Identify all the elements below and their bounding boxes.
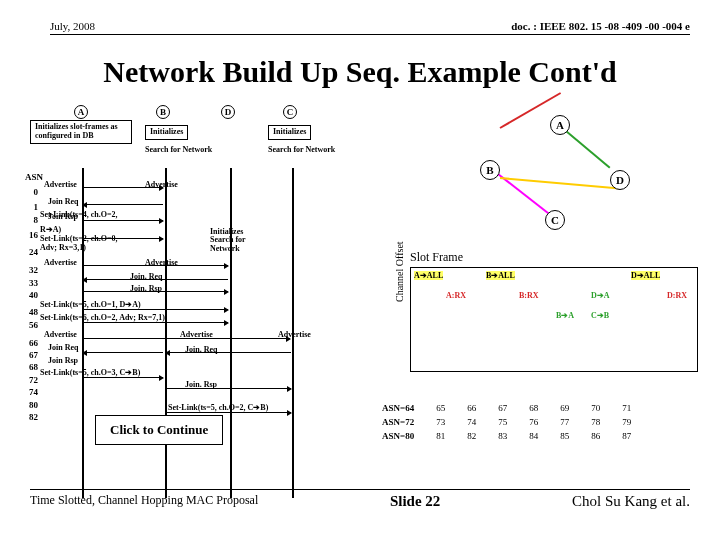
ev-advertise-0: Advertise — [44, 180, 77, 189]
asn-label: ASN — [25, 172, 43, 182]
table-row: ASN=80 81 82 83 84 85 86 87 — [372, 430, 641, 442]
cell: 86 — [581, 430, 610, 442]
cell: 69 — [550, 402, 579, 414]
page-title: Network Build Up Seq. Example Cont'd — [0, 55, 720, 89]
cell: 83 — [488, 430, 517, 442]
asn-val: 40 — [29, 290, 38, 300]
arrow — [83, 352, 163, 353]
lifeline-B — [165, 168, 167, 498]
arrow — [166, 352, 291, 353]
header-date: July, 2008 — [50, 20, 95, 32]
cell: 76 — [519, 416, 548, 428]
graph-node-D: D — [610, 170, 630, 190]
asn-val: 68 — [29, 362, 38, 372]
ev-advertise-0b: Advertise — [145, 180, 178, 189]
arrow — [83, 322, 228, 323]
setlink-72: Set-Link(ts=5, ch.O=3, C➔B) — [40, 368, 140, 377]
node-D-label: D — [221, 105, 235, 119]
arrow — [83, 279, 228, 280]
click-to-continue-button[interactable]: Click to Continue — [95, 415, 223, 445]
table-row: ASN=64 65 66 67 68 69 70 71 — [372, 402, 641, 414]
arrow — [83, 377, 163, 378]
arrow — [166, 412, 291, 413]
ev-advertise-32b: Advertise — [145, 258, 178, 267]
footer-left: Time Slotted, Channel Hopping MAC Propos… — [30, 493, 258, 510]
asn-val: 24 — [29, 247, 38, 257]
cell: 82 — [457, 430, 486, 442]
asn-val: 48 — [29, 307, 38, 317]
arrow — [83, 238, 163, 239]
network-graph: A B C D — [430, 115, 630, 235]
setlink-56: Set-Link(ts=6, ch.O=2, Adv; Rx=7,1) — [40, 313, 165, 322]
cell: 70 — [581, 402, 610, 414]
setlink-8: Set-Link(ts=4, ch.O=2, — [40, 210, 118, 219]
graph-node-C: C — [545, 210, 565, 230]
init-C-box: Initializes — [268, 125, 311, 140]
cell: 87 — [612, 430, 641, 442]
cell: 74 — [457, 416, 486, 428]
header-doc: doc. : IEEE 802. 15 -08 -409 -00 -004 e — [511, 20, 690, 32]
search-C: Search for Network — [268, 146, 335, 154]
slot-d-rx: D:RX — [667, 291, 687, 300]
asn-val: 8 — [34, 215, 39, 225]
asn-row-label: ASN=72 — [372, 416, 424, 428]
cell: 78 — [581, 416, 610, 428]
arrow — [83, 204, 163, 205]
slot-d-a: D➔A — [591, 291, 610, 300]
node-B-label: B — [156, 105, 170, 119]
cell: 75 — [488, 416, 517, 428]
channel-offset-label: Channel Offset — [394, 241, 405, 302]
slide-number: Slide 22 — [390, 493, 440, 510]
ev-joinreq-1: Join Req — [48, 197, 78, 206]
footer-author: Chol Su Kang et al. — [572, 493, 690, 510]
slot-frame-title: Slot Frame — [410, 250, 463, 265]
asn-table: ASN=64 65 66 67 68 69 70 71 ASN=72 73 74… — [370, 400, 643, 444]
node-A-label: A — [74, 105, 88, 119]
footer-rule — [30, 489, 690, 490]
cell: 85 — [550, 430, 579, 442]
asn-val: 66 — [29, 338, 38, 348]
asn-val: 72 — [29, 375, 38, 385]
ev-joinreq-67a: Join Req — [48, 343, 78, 352]
lifeline-D — [230, 168, 232, 498]
ev-advertise-32: Advertise — [44, 258, 77, 267]
cell: 84 — [519, 430, 548, 442]
setlink-82: Set-Link(ts=5, ch.O=2, C➔B) — [168, 403, 268, 412]
graph-node-B: B — [480, 160, 500, 180]
asn-val: 1 — [34, 202, 39, 212]
setlink-24: Adv; Rx=3,1) — [40, 243, 86, 252]
slot-frame-grid: A➔ALL B➔ALL D➔ALL A:RX B:RX D➔A D:RX B➔A… — [410, 267, 698, 372]
setlink-16: R➔A) Set-Link(ts=2, ch.O=0, — [40, 225, 118, 243]
asn-val: 74 — [29, 387, 38, 397]
asn-val: 82 — [29, 412, 38, 422]
table-row: ASN=72 73 74 75 76 77 78 79 — [372, 416, 641, 428]
slot-b-rx: B:RX — [519, 291, 539, 300]
graph-node-A: A — [550, 115, 570, 135]
arrow — [83, 309, 228, 310]
init-B-box: Initializes — [145, 125, 188, 140]
arrow — [166, 388, 291, 389]
slot-d-all: D➔ALL — [631, 271, 660, 280]
slot-b-a: B➔A — [556, 311, 574, 320]
asn-val: 32 — [29, 265, 38, 275]
ev-joinrsp-68: Join Rsp — [48, 356, 78, 365]
cell: 66 — [457, 402, 486, 414]
cell: 71 — [612, 402, 641, 414]
slot-a-all: A➔ALL — [414, 271, 443, 280]
asn-val: 67 — [29, 350, 38, 360]
arrow — [83, 338, 290, 339]
setlink-48: Set-Link(ts=5, ch.O=1, D➔A) — [40, 300, 141, 309]
cell: 65 — [426, 402, 455, 414]
cell: 68 — [519, 402, 548, 414]
slot-a-rx: A:RX — [446, 291, 466, 300]
asn-val: 56 — [29, 320, 38, 330]
slot-b-all: B➔ALL — [486, 271, 515, 280]
asn-val: 0 — [34, 187, 39, 197]
asn-val: 80 — [29, 400, 38, 410]
inits-search-D: Initializes Search for Network — [210, 228, 246, 253]
cell: 79 — [612, 416, 641, 428]
arrow — [83, 220, 163, 221]
cell: 77 — [550, 416, 579, 428]
cell: 73 — [426, 416, 455, 428]
slot-c-b: C➔B — [591, 311, 609, 320]
